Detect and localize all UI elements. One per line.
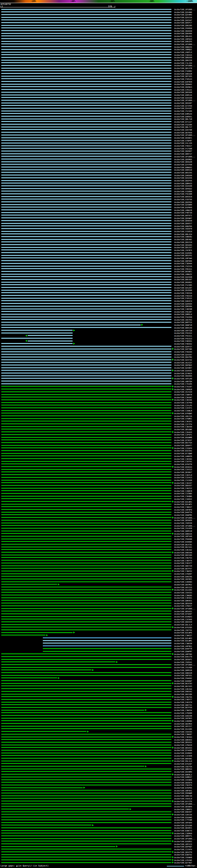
hit-label[interactable]: UniRef100_B7GIQ5: [174, 626, 192, 628]
hit-label[interactable]: UniRef100_Q6E729: [174, 565, 192, 567]
hit-label[interactable]: UniRef100_P95307: [174, 311, 192, 313]
hit-label[interactable]: UniRef100_C9G753: [174, 557, 192, 559]
hit-line[interactable]: [1, 346, 171, 347]
hit-line[interactable]: [1, 266, 171, 267]
hit-line[interactable]: [1, 777, 171, 777]
hit-label[interactable]: UniRef100_Q6MS18: [174, 530, 192, 532]
hit-line[interactable]: [1, 694, 171, 695]
hit-line[interactable]: [1, 95, 171, 95]
hit-line[interactable]: [1, 193, 171, 194]
hit-label[interactable]: UniRef100_C4EP75: [174, 559, 192, 562]
hit-label[interactable]: UniRef100_Q24347: [174, 353, 192, 355]
hit-line[interactable]: [1, 257, 171, 258]
hit-label[interactable]: UniRef100_O69494: [174, 375, 192, 377]
hit-label[interactable]: UniRef100_Q038V1: [174, 827, 192, 829]
hit-line[interactable]: [1, 520, 171, 521]
hit-label[interactable]: UniRef100_C3W254: [174, 709, 192, 711]
hit-line[interactable]: [1, 661, 116, 662]
hit-line[interactable]: [1, 862, 171, 863]
hit-label[interactable]: UniRef100_P55313: [174, 338, 192, 340]
hit-line[interactable]: [1, 30, 171, 31]
hit-label[interactable]: UniRef100_Q73TK9: [174, 105, 192, 107]
hit-label[interactable]: UniRef100_B6J161: [174, 546, 192, 548]
hit-line[interactable]: [43, 648, 171, 649]
hit-line[interactable]: [1, 602, 171, 603]
hit-line[interactable]: [43, 645, 171, 646]
hit-line[interactable]: [1, 73, 171, 74]
hit-label[interactable]: UniRef100_A3REN5: [174, 720, 192, 722]
hit-line[interactable]: [1, 378, 171, 379]
hit-label[interactable]: UniRef100_UP1000...: [174, 838, 195, 840]
hit-label[interactable]: UniRef100_A6CRK3: [174, 717, 192, 719]
hit-line[interactable]: [1, 54, 171, 55]
hit-label[interactable]: UniRef100_C3CFH9: [174, 402, 192, 404]
hit-line[interactable]: [1, 279, 171, 280]
hit-label[interactable]: UniRef100_C2VS13: [174, 468, 192, 470]
hit-line[interactable]: [1, 426, 171, 427]
hit-line[interactable]: [1, 606, 171, 606]
hit-label[interactable]: UniRef100_B3ZIK2: [174, 450, 192, 452]
hit-line[interactable]: [1, 121, 171, 122]
hit-label[interactable]: UniRef100_A6Y215: [174, 586, 192, 588]
hit-label[interactable]: UniRef100_B0A5W1: [174, 757, 192, 760]
hit-label[interactable]: UniRef100_P48352: [174, 343, 192, 345]
hit-label[interactable]: UniRef100_Q432V6: [174, 177, 192, 179]
hit-line[interactable]: [1, 151, 171, 152]
hit-label[interactable]: UniRef100_A0F551: [174, 674, 192, 677]
hit-label[interactable]: UniRef100_C7U1H5: [174, 383, 192, 385]
hit-line[interactable]: [1, 365, 171, 366]
hit-line[interactable]: [1, 153, 171, 154]
hit-line[interactable]: [1, 696, 171, 697]
hit-line[interactable]: [1, 418, 171, 419]
hit-label[interactable]: UniRef100_Q2FYN5: [174, 348, 192, 350]
hit-line[interactable]: [1, 822, 171, 823]
hit-line[interactable]: [1, 60, 171, 61]
hit-line[interactable]: [1, 276, 171, 277]
hit-label[interactable]: UniRef100_Q9XEY7: [174, 222, 192, 224]
hit-line[interactable]: [1, 851, 171, 852]
hit-line[interactable]: [1, 225, 171, 226]
hit-line[interactable]: [1, 249, 171, 250]
hit-label[interactable]: UniRef100_Q9KE26: [174, 533, 192, 535]
hit-label[interactable]: UniRef100_A7Q497: [174, 573, 192, 575]
hit-line[interactable]: [1, 309, 171, 309]
hit-label[interactable]: UniRef100_UP1000...: [174, 99, 195, 101]
hit-label[interactable]: UniRef100_B2LWR1: [174, 501, 192, 503]
hit-line[interactable]: [1, 314, 171, 315]
hit-line[interactable]: [1, 290, 171, 291]
hit-label[interactable]: UniRef100_Q65DE9: [174, 519, 192, 521]
hit-line[interactable]: [1, 584, 57, 585]
hit-label[interactable]: UniRef100_Q65DF1: [174, 658, 192, 660]
hit-label[interactable]: UniRef100_P95311: [174, 268, 192, 270]
hit-label[interactable]: UniRef100_A6JS37: [174, 362, 192, 364]
hit-label[interactable]: UniRef100_P49316: [174, 292, 192, 294]
hit-line[interactable]: [1, 14, 171, 15]
hit-label[interactable]: UniRef100_A7GME1: [174, 417, 192, 420]
hit-line[interactable]: [1, 447, 171, 448]
hit-label[interactable]: UniRef100_A9NUZ2: [174, 273, 192, 275]
hit-line[interactable]: [1, 172, 171, 173]
hit-label[interactable]: UniRef100_Q32640: [174, 185, 192, 187]
hit-line[interactable]: [1, 370, 171, 371]
hit-label[interactable]: UniRef100_C3W527: [174, 506, 192, 508]
hit-line[interactable]: [1, 685, 171, 686]
hit-label[interactable]: UniRef100_C3KS61: [174, 597, 192, 599]
hit-line[interactable]: [1, 102, 171, 103]
hit-line[interactable]: [1, 354, 171, 355]
hit-line[interactable]: [1, 496, 171, 497]
hit-label[interactable]: UniRef100_C2Z9B5: [174, 492, 192, 495]
hit-label[interactable]: UniRef100_UP1000...: [174, 64, 195, 66]
hit-line[interactable]: [1, 38, 171, 39]
hit-line[interactable]: [1, 198, 171, 199]
hit-label[interactable]: UniRef100_C4NYH8: [174, 308, 192, 310]
hit-label[interactable]: UniRef100_B7GIQ7: [174, 763, 192, 765]
hit-label[interactable]: UniRef100_UP1000...: [174, 525, 195, 527]
hit-line[interactable]: [1, 827, 171, 828]
hit-label[interactable]: UniRef100_Q8L7J7: [174, 126, 192, 128]
hit-label[interactable]: UniRef100_B8XCA9: [174, 327, 192, 329]
hit-label[interactable]: UniRef100_Q63BV7: [174, 471, 192, 473]
hit-label[interactable]: UniRef100_A3KJG4: [174, 688, 192, 690]
hit-line[interactable]: [1, 712, 171, 713]
hit-label[interactable]: UniRef100_A8FFB5: [174, 653, 192, 655]
hit-line[interactable]: [1, 431, 171, 432]
